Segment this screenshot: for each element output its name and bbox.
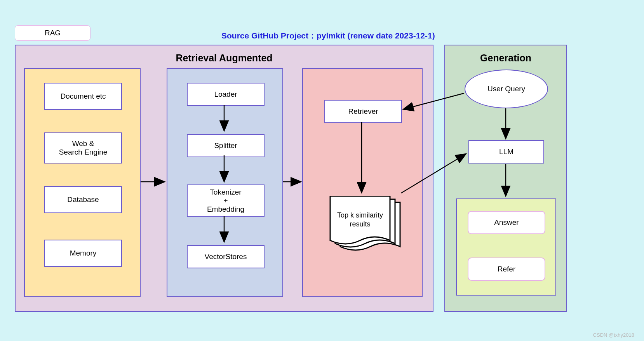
llm-box: LLM [468,140,544,164]
results-label-line2: results [350,220,370,228]
retriever-box: Retriever [324,100,402,123]
splitter-box: Splitter [187,134,265,157]
document-stack-icon: Top k similarity results [322,196,408,264]
source-document-box: Document etc [44,83,122,110]
refer-box: Refer [468,257,545,281]
source-memory-box: Memory [44,240,122,267]
answer-box: Answer [468,211,545,234]
retrieval-augmented-panel: Retrieval Augmented Document etc Web & S… [15,45,433,312]
watermark: CSDN @txhy2018 [593,332,634,338]
page-title: Source GitHub Project：pylmkit (renew dat… [221,30,435,41]
generation-panel: Generation User Query LLM Answer Refer [444,45,567,312]
loader-box: Loader [187,83,265,106]
sources-panel: Document etc Web & Search Engine Databas… [24,68,141,297]
pipeline-panel: Loader Splitter Tokenizer + Embedding Ve… [167,68,283,297]
retriever-panel: Retriever Top k similarity results [302,68,423,297]
tokenizer-embedding-box: Tokenizer + Embedding [187,184,265,217]
source-database-box: Database [44,186,122,213]
vectorstores-box: VectorStores [187,245,265,268]
generation-title: Generation [445,52,566,64]
rag-badge: RAG [15,25,91,41]
retrieval-title: Retrieval Augmented [16,52,433,64]
output-panel: Answer Refer [456,198,556,296]
user-query-ellipse: User Query [465,70,548,108]
source-web-box: Web & Search Engine [44,132,122,164]
results-label-line1: Top k similarity [337,211,383,219]
